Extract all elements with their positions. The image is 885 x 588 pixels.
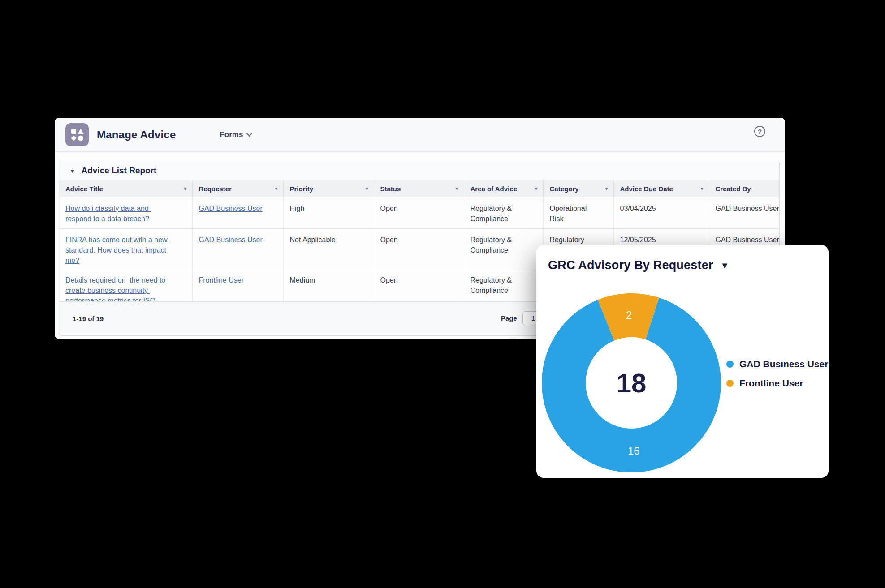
donut-total-label: 18	[617, 368, 647, 398]
question-mark-icon: ?	[758, 128, 762, 135]
table-row: How do i classify data and respond to a …	[59, 197, 779, 228]
chart-title-dropdown[interactable]: GRC Advisory By Requester ▼	[548, 258, 729, 272]
segment-value-label: 2	[626, 309, 632, 321]
requester-link[interactable]: GAD Business User	[199, 236, 263, 244]
status-cell: Open	[374, 228, 464, 269]
priority-cell: Not Applicable	[283, 228, 374, 269]
screen-background: Manage Advice Forms ? ▾ Advice List Repo…	[0, 0, 885, 588]
sort-arrow-icon[interactable]: ▾	[184, 185, 186, 192]
report-section-header: ▾ Advice List Report	[59, 161, 779, 180]
chart-legend: GAD Business UserFrontline User	[726, 359, 828, 389]
page-label: Page	[501, 314, 517, 322]
status-cell: Open	[374, 197, 464, 228]
requester-link[interactable]: Frontline User	[199, 276, 244, 284]
forms-dropdown[interactable]: Forms	[220, 130, 251, 139]
status-cell: Open	[374, 269, 464, 301]
sort-arrow-icon[interactable]: ▾	[455, 185, 458, 192]
area-of-advice-cell: Regulatory & Compliance	[464, 197, 543, 228]
sort-arrow-icon[interactable]: ▾	[605, 185, 608, 192]
chevron-down-icon	[247, 131, 253, 137]
advice-title-link[interactable]: Details required on the need to create b…	[65, 276, 168, 302]
row-range-label: 1-19 of 19	[73, 315, 104, 322]
requester-link[interactable]: GAD Business User	[199, 205, 263, 212]
column-header-advice-due-date[interactable]: Advice Due Date▾	[613, 180, 709, 197]
column-header-area-of-advice[interactable]: Area of Advice▾	[464, 180, 543, 197]
sort-arrow-icon[interactable]: ▾	[365, 185, 368, 192]
grc-advisory-chart-card: GRC Advisory By Requester ▼ 16218 GAD Bu…	[536, 245, 829, 478]
area-of-advice-cell: Regulatory & Compliance	[464, 228, 543, 269]
created-by-cell: GAD Business User	[709, 197, 779, 228]
segment-value-label: 16	[628, 445, 640, 457]
legend-dot-icon	[726, 361, 734, 368]
table-header-row: Advice Title▾ Requester▾ Priority▾ Statu…	[59, 180, 779, 197]
category-cell: Operational Risk	[543, 197, 613, 228]
column-header-created-by[interactable]: Created By	[709, 180, 779, 197]
help-button[interactable]: ?	[754, 126, 765, 137]
donut-chart[interactable]: 16218	[541, 292, 722, 473]
advice-title-link[interactable]: FINRA has come out with a new standard. …	[65, 236, 169, 264]
page-title: Manage Advice	[97, 129, 176, 141]
sort-arrow-icon[interactable]: ▾	[700, 185, 703, 192]
column-header-requester[interactable]: Requester▾	[192, 180, 283, 197]
area-of-advice-cell: Regulatory & Compliance	[464, 269, 543, 301]
advice-title-link[interactable]: How do i classify data and respond to a …	[65, 205, 151, 223]
column-header-status[interactable]: Status▾	[374, 180, 464, 197]
legend-item[interactable]: GAD Business User	[726, 359, 828, 369]
advice-due-date-cell: 03/04/2025	[613, 197, 709, 228]
collapse-triangle-icon[interactable]: ▾	[71, 167, 74, 174]
sort-arrow-icon[interactable]: ▾	[535, 185, 537, 192]
legend-label: GAD Business User	[739, 359, 828, 369]
column-header-category[interactable]: Category▾	[543, 180, 613, 197]
dropdown-triangle-icon: ▼	[721, 261, 730, 270]
column-header-advice-title[interactable]: Advice Title▾	[59, 180, 192, 197]
column-header-priority[interactable]: Priority▾	[283, 180, 374, 197]
chart-title: GRC Advisory By Requester	[548, 258, 713, 272]
report-title: Advice List Report	[82, 166, 157, 176]
app-logo-icon	[65, 123, 89, 146]
window-header: Manage Advice Forms ?	[55, 118, 785, 152]
forms-dropdown-label: Forms	[220, 130, 243, 139]
legend-dot-icon	[726, 380, 734, 387]
sort-arrow-icon[interactable]: ▾	[275, 185, 277, 192]
priority-cell: Medium	[283, 269, 374, 301]
priority-cell: High	[283, 197, 374, 228]
legend-label: Frontline User	[739, 378, 803, 389]
legend-item[interactable]: Frontline User	[726, 378, 828, 389]
